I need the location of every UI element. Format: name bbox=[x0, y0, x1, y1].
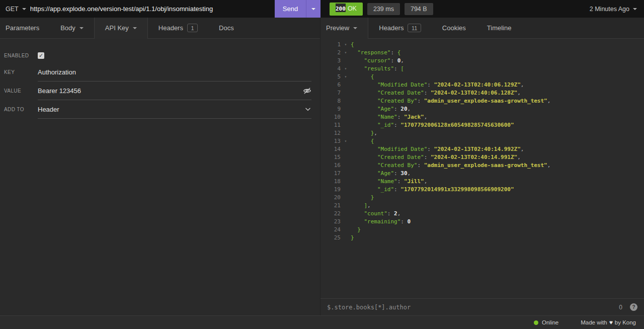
line-number: 4 bbox=[320, 65, 341, 73]
insomnia-window: GET https://app.explode.one/version-test… bbox=[0, 0, 644, 329]
key-field[interactable]: Authorization bbox=[38, 63, 311, 81]
line-number: 15 bbox=[320, 153, 341, 161]
chevron-down-icon bbox=[79, 27, 84, 29]
enabled-control: ✓ bbox=[38, 48, 311, 63]
fold-spacer bbox=[341, 153, 351, 161]
tab-timeline[interactable]: Timeline bbox=[476, 18, 522, 38]
fold-spacer bbox=[341, 89, 351, 97]
line-number: 10 bbox=[320, 113, 341, 121]
fold-caret-icon[interactable]: ▾ bbox=[341, 41, 351, 49]
url-input[interactable]: https://app.explode.one/version-test/api… bbox=[30, 0, 275, 18]
eye-off-icon bbox=[303, 87, 311, 95]
value-field[interactable]: Bearer 123456 bbox=[38, 81, 311, 100]
tab-preview[interactable]: Preview bbox=[320, 18, 368, 38]
line-number: 22 bbox=[320, 210, 341, 218]
enabled-row: ENABLED ✓ bbox=[4, 48, 311, 63]
online-dot-icon bbox=[534, 320, 538, 325]
fold-caret-icon[interactable]: ▾ bbox=[341, 65, 351, 73]
enabled-checkbox[interactable]: ✓ bbox=[38, 52, 44, 59]
fold-caret-icon[interactable]: ▾ bbox=[341, 137, 351, 145]
fold-spacer bbox=[341, 210, 351, 218]
code-line: 7"Created Date": "2024-02-13T02:40:06.12… bbox=[320, 89, 644, 97]
filter-jsonpath-input[interactable] bbox=[327, 304, 619, 311]
tab-docs[interactable]: Docs bbox=[208, 18, 245, 38]
tab-body[interactable]: Body bbox=[50, 18, 94, 38]
value-label: VALUE bbox=[4, 88, 38, 94]
line-number: 21 bbox=[320, 202, 341, 210]
status-text: OK bbox=[348, 5, 357, 12]
code-line: 5▾{ bbox=[320, 73, 644, 81]
tab-cookies[interactable]: Cookies bbox=[432, 18, 476, 38]
send-options-button[interactable] bbox=[306, 0, 320, 18]
method-dropdown[interactable]: GET bbox=[0, 0, 30, 18]
fold-spacer bbox=[341, 97, 351, 105]
code-line: 23"remaining": 0 bbox=[320, 218, 644, 226]
fold-spacer bbox=[341, 170, 351, 178]
tab-label: Docs bbox=[219, 24, 234, 32]
response-meta: 200OK 239 ms 794 B bbox=[320, 0, 433, 18]
send-button[interactable]: Send bbox=[275, 0, 306, 18]
response-time-badge: 239 ms bbox=[367, 3, 400, 15]
filter-match-count: 0 bbox=[619, 304, 622, 311]
tab-label: Timeline bbox=[487, 24, 512, 32]
request-tabbar: ParametersBodyAPI KeyHeaders1Docs bbox=[0, 18, 320, 39]
fold-spacer bbox=[341, 178, 351, 186]
code-line: 12}, bbox=[320, 129, 644, 137]
last-sent-label: 2 Minutes Ago bbox=[590, 6, 629, 13]
code-line: 4▾"results": [ bbox=[320, 65, 644, 73]
line-number: 11 bbox=[320, 121, 341, 129]
fold-spacer bbox=[341, 145, 351, 153]
fold-spacer bbox=[341, 105, 351, 113]
code-line-content: "_id": "1707792006128x605498285745630600… bbox=[351, 121, 644, 129]
code-line-content: "Created Date": "2024-02-13T02:40:14.991… bbox=[351, 153, 644, 161]
online-status[interactable]: Online bbox=[534, 319, 558, 325]
chevron-down-icon bbox=[633, 8, 637, 10]
kong-credit[interactable]: Made with ♥ by Kong bbox=[581, 319, 636, 326]
key-label: KEY bbox=[4, 69, 38, 75]
fold-caret-icon[interactable]: ▾ bbox=[341, 73, 351, 81]
code-line-content: "Age": 30, bbox=[351, 170, 644, 178]
tab-headers[interactable]: Headers1 bbox=[148, 18, 208, 38]
chevron-down-icon bbox=[353, 27, 357, 29]
line-number: 14 bbox=[320, 145, 341, 153]
response-filter-bar: 0 ? bbox=[320, 298, 644, 315]
code-line-content: { bbox=[351, 73, 644, 81]
fold-spacer bbox=[341, 161, 351, 170]
code-line: 14"Modified Date": "2024-02-13T02:40:14.… bbox=[320, 145, 644, 153]
response-size-badge: 794 B bbox=[405, 3, 433, 15]
code-line-content: } bbox=[351, 226, 644, 234]
line-number: 16 bbox=[320, 161, 341, 170]
add-to-value: Header bbox=[38, 106, 59, 113]
code-line: 20} bbox=[320, 194, 644, 202]
tab-label: Preview bbox=[326, 24, 349, 32]
code-line: 10"Name": "Jack", bbox=[320, 113, 644, 121]
code-line-content: } bbox=[351, 234, 644, 242]
code-line-content: "Name": "Jack", bbox=[351, 113, 644, 121]
line-number: 23 bbox=[320, 218, 341, 226]
help-icon[interactable]: ? bbox=[630, 303, 637, 311]
response-history-dropdown[interactable]: 2 Minutes Ago bbox=[590, 0, 644, 18]
tab-headers[interactable]: Headers11 bbox=[368, 18, 432, 38]
enabled-label: ENABLED bbox=[4, 53, 38, 58]
tab-label: API Key bbox=[105, 24, 129, 32]
fold-spacer bbox=[341, 57, 351, 65]
fold-spacer bbox=[341, 234, 351, 242]
tab-label: Cookies bbox=[442, 24, 466, 32]
response-preview[interactable]: 1▾{2▾"response": {3"cursor": 0,4▾"result… bbox=[320, 39, 644, 298]
code-line-content: "Created By": "admin_user_explode-saas-g… bbox=[351, 161, 644, 170]
value-text: Bearer 123456 bbox=[38, 87, 81, 95]
main-panes: ParametersBodyAPI KeyHeaders1Docs ENABLE… bbox=[0, 18, 644, 315]
code-line-content: { bbox=[351, 41, 644, 49]
toggle-visibility-button[interactable] bbox=[303, 87, 311, 95]
code-line-content: "Age": 20, bbox=[351, 105, 644, 113]
code-line-content: "Modified Date": "2024-02-13T02:40:14.99… bbox=[351, 145, 644, 153]
code-line: 11"_id": "1707792006128x6054982857456306… bbox=[320, 121, 644, 129]
tab-parameters[interactable]: Parameters bbox=[0, 18, 50, 38]
fold-spacer bbox=[341, 121, 351, 129]
code-line-content: } bbox=[351, 194, 644, 202]
code-line-content: "Modified Date": "2024-02-13T02:40:06.12… bbox=[351, 81, 644, 89]
tab-api-key[interactable]: API Key bbox=[94, 18, 148, 38]
line-number: 17 bbox=[320, 170, 341, 178]
fold-caret-icon[interactable]: ▾ bbox=[341, 49, 351, 57]
add-to-select[interactable]: Header bbox=[38, 100, 311, 119]
